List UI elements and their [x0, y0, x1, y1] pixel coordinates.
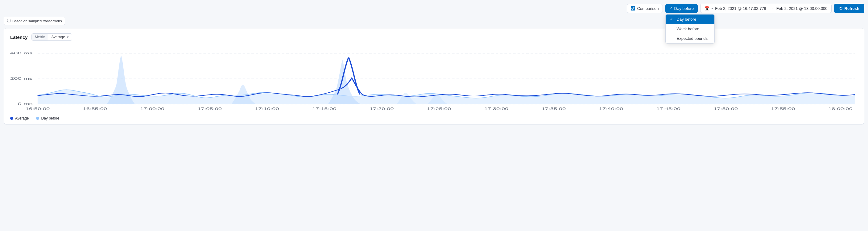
svg-text:200 ms: 200 ms	[10, 77, 33, 81]
legend-label-day-before: Day before	[41, 116, 59, 120]
svg-text:400 ms: 400 ms	[10, 51, 33, 55]
info-badge-text: Based on sampled transactions	[12, 19, 62, 23]
date-start: Feb 2, 2021 @ 16:47:02.779	[715, 6, 766, 11]
legend-item-average: Average	[10, 116, 29, 120]
latency-chart-svg: 400 ms 200 ms 0 ms	[10, 46, 858, 114]
svg-text:17:35:00: 17:35:00	[541, 107, 566, 111]
item-check-icon: ✓	[670, 17, 674, 21]
metric-label: Metric	[32, 34, 49, 40]
top-bar: Comparison ✓ Day before ✓ Day before Wee…	[4, 4, 864, 13]
info-icon: ⓘ	[7, 18, 11, 24]
comparison-label: Comparison	[637, 6, 658, 11]
legend-dot-average	[10, 117, 13, 120]
metric-selector[interactable]: Metric Average ▾	[31, 33, 72, 41]
comparison-dropdown-trigger[interactable]: ✓ Day before	[665, 4, 698, 13]
svg-text:0 ms: 0 ms	[18, 102, 33, 106]
info-badge: ⓘ Based on sampled transactions	[4, 17, 65, 25]
svg-text:17:05:00: 17:05:00	[197, 107, 222, 111]
dropdown-item-week-before[interactable]: Week before	[665, 24, 714, 34]
svg-text:17:00:00: 17:00:00	[140, 107, 164, 111]
refresh-icon: ↻	[839, 6, 843, 11]
refresh-label: Refresh	[844, 6, 859, 11]
chart-area: 400 ms 200 ms 0 ms	[10, 46, 858, 114]
svg-text:17:20:00: 17:20:00	[370, 107, 394, 111]
chart-header: Latency Metric Average ▾	[10, 33, 858, 41]
svg-text:17:25:00: 17:25:00	[427, 107, 451, 111]
refresh-button[interactable]: ↻ Refresh	[834, 4, 864, 13]
comparison-checkbox[interactable]	[631, 6, 635, 10]
date-range-picker[interactable]: 📅 ▾ Feb 2, 2021 @ 16:47:02.779 → Feb 2, …	[700, 4, 831, 13]
svg-text:16:55:00: 16:55:00	[83, 107, 107, 111]
legend-label-average: Average	[15, 116, 29, 120]
chart-legend: Average Day before	[10, 116, 858, 120]
comparison-checkbox-container[interactable]: Comparison	[627, 4, 662, 13]
dropdown-item-label: Expected bounds	[677, 36, 708, 41]
arrow-icon: →	[769, 6, 773, 11]
dropdown-item-label: Day before	[677, 17, 696, 22]
dropdown-item-day-before[interactable]: ✓ Day before	[665, 15, 714, 24]
svg-text:17:45:00: 17:45:00	[656, 107, 680, 111]
svg-text:16:50:00: 16:50:00	[26, 107, 50, 111]
date-end: Feb 2, 2021 @ 18:00:00.000	[776, 6, 828, 11]
comparison-dropdown-menu: ✓ Day before Week before Expected bounds	[665, 14, 715, 44]
chevron-down-icon: ▾	[67, 35, 69, 39]
chevron-icon: ▾	[711, 6, 713, 10]
chart-title: Latency	[10, 35, 28, 40]
chart-container: Latency Metric Average ▾ 400 ms 200 ms 0…	[4, 28, 864, 124]
checkmark-icon: ✓	[669, 6, 673, 10]
legend-item-day-before: Day before	[36, 116, 59, 120]
calendar-icon: 📅	[704, 6, 709, 11]
dropdown-selected-label: Day before	[674, 6, 694, 11]
svg-text:17:15:00: 17:15:00	[312, 107, 337, 111]
dropdown-item-expected-bounds[interactable]: Expected bounds	[665, 34, 714, 43]
dropdown-item-label: Week before	[677, 27, 699, 31]
svg-text:17:10:00: 17:10:00	[255, 107, 279, 111]
svg-text:17:50:00: 17:50:00	[713, 107, 738, 111]
svg-text:17:55:00: 17:55:00	[771, 107, 795, 111]
svg-text:18:00:00: 18:00:00	[828, 107, 852, 111]
svg-text:17:40:00: 17:40:00	[599, 107, 623, 111]
legend-dot-day-before	[36, 117, 39, 120]
metric-select-dropdown[interactable]: Average ▾	[48, 34, 71, 40]
svg-text:17:30:00: 17:30:00	[484, 107, 509, 111]
comparison-dropdown-wrapper: ✓ Day before ✓ Day before Week before Ex…	[665, 4, 698, 13]
metric-value: Average	[51, 35, 65, 39]
